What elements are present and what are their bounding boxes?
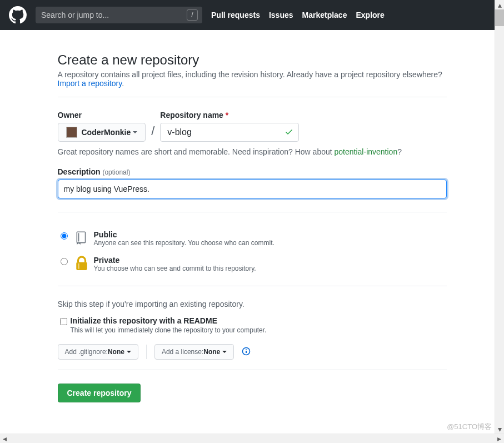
license-select[interactable]: Add a license: None xyxy=(154,344,234,360)
divider xyxy=(58,212,447,212)
init-readme-checkbox[interactable] xyxy=(60,318,67,325)
svg-rect-2 xyxy=(76,262,87,270)
description-label: Description (optional) xyxy=(58,167,131,176)
name-suggestion[interactable]: potential-invention xyxy=(335,147,398,156)
svg-point-6 xyxy=(246,349,247,350)
gitignore-select[interactable]: Add .gitignore: None xyxy=(58,344,138,360)
scroll-left-icon[interactable]: ◂ xyxy=(0,434,9,443)
private-desc: You choose who can see and commit to thi… xyxy=(94,265,256,272)
name-hint: Great repository names are short and mem… xyxy=(58,147,447,156)
description-label-text: Description xyxy=(58,167,101,176)
owner-label: Owner xyxy=(58,111,146,120)
visibility-public-radio[interactable] xyxy=(61,232,68,240)
license-value: None xyxy=(203,348,220,356)
create-repository-button[interactable]: Create repository xyxy=(58,384,141,402)
optional-text: (optional) xyxy=(102,168,130,176)
import-repository-link[interactable]: Import a repository xyxy=(58,79,122,88)
owner-select[interactable]: CoderMonkie xyxy=(58,123,146,142)
check-icon xyxy=(285,127,293,138)
svg-rect-0 xyxy=(77,232,85,243)
visibility-private-radio[interactable] xyxy=(61,258,68,265)
global-header: / Pull requests Issues Marketplace Explo… xyxy=(0,0,495,30)
github-logo[interactable] xyxy=(9,6,27,24)
private-title: Private xyxy=(94,256,256,265)
owner-avatar xyxy=(66,127,77,138)
hint-post: ? xyxy=(397,147,402,156)
owner-name: CoderMonkie xyxy=(82,127,131,138)
divider-vertical xyxy=(146,345,147,359)
chevron-down-icon xyxy=(133,131,137,133)
page-lead: A repository contains all project files,… xyxy=(58,70,447,88)
nav-issues[interactable]: Issues xyxy=(269,11,293,19)
search-input[interactable] xyxy=(40,10,187,20)
license-pre: Add a license: xyxy=(162,348,203,356)
main-content: Create a new repository A repository con… xyxy=(58,30,447,402)
skip-hint: Skip this step if you're importing an ex… xyxy=(58,300,447,308)
init-readme-row[interactable]: Initialize this repository with a README… xyxy=(58,316,447,334)
divider xyxy=(58,286,447,286)
hint-pre: Great repository names are short and mem… xyxy=(58,147,335,156)
lock-icon xyxy=(73,256,91,271)
visibility-public-row[interactable]: Public Anyone can see this repository. Y… xyxy=(58,226,447,251)
repo-name-input[interactable] xyxy=(160,123,299,142)
description-input[interactable] xyxy=(58,180,447,198)
nav-marketplace[interactable]: Marketplace xyxy=(302,11,347,19)
readme-desc: This will let you immediately clone the … xyxy=(71,326,267,334)
public-desc: Anyone can see this repository. You choo… xyxy=(94,239,275,247)
visibility-private-row[interactable]: Private You choose who can see and commi… xyxy=(58,251,447,277)
divider xyxy=(58,97,447,97)
repo-name-label: Repository name * xyxy=(160,111,293,120)
divider xyxy=(58,370,447,370)
chevron-down-icon xyxy=(222,351,227,353)
vertical-scrollbar[interactable]: ▴ ▾ xyxy=(495,0,504,434)
gitignore-value: None xyxy=(108,348,124,356)
lead-text: A repository contains all project files,… xyxy=(58,70,442,79)
info-icon[interactable] xyxy=(242,347,251,357)
svg-rect-3 xyxy=(78,263,79,269)
scroll-down-icon[interactable]: ▾ xyxy=(495,424,504,434)
repo-label-text: Repository name xyxy=(160,111,223,120)
readme-title: Initialize this repository with a README xyxy=(71,316,267,325)
chevron-down-icon xyxy=(127,351,131,353)
nav-explore[interactable]: Explore xyxy=(356,11,384,19)
public-title: Public xyxy=(94,230,275,239)
global-search[interactable]: / xyxy=(36,7,202,23)
slash-key-hint: / xyxy=(187,9,198,21)
required-marker: * xyxy=(226,111,228,120)
nav-pull-requests[interactable]: Pull requests xyxy=(211,11,260,19)
scrollbar-thumb[interactable] xyxy=(495,9,504,26)
repo-public-icon xyxy=(73,230,91,246)
gitignore-pre: Add .gitignore: xyxy=(65,348,108,356)
slash-separator: / xyxy=(151,124,154,138)
scroll-up-icon[interactable]: ▴ xyxy=(495,0,504,9)
horizontal-scrollbar[interactable]: ◂ ▸ xyxy=(0,434,504,443)
primary-nav: Pull requests Issues Marketplace Explore xyxy=(211,11,393,19)
watermark: @51CTO博客 xyxy=(447,422,492,432)
scroll-right-icon[interactable]: ▸ xyxy=(495,434,504,443)
period: . xyxy=(122,79,124,88)
page-title: Create a new repository xyxy=(58,52,447,68)
